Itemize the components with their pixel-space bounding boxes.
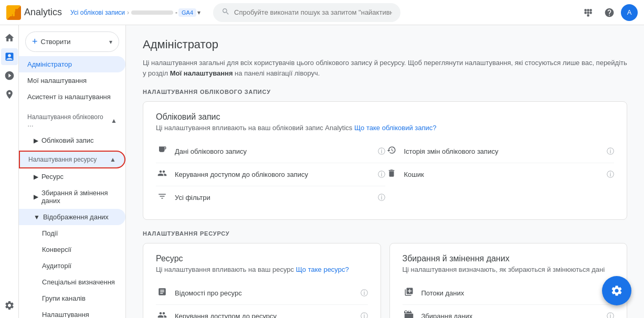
sidebar-item-account[interactable]: ▶ Обліковий запис bbox=[19, 132, 125, 149]
sidebar-item-audiences[interactable]: Аудиторії bbox=[19, 258, 125, 274]
account-item-data[interactable]: Дані облікового запису ⓘ bbox=[156, 140, 385, 163]
resource-item-access[interactable]: Керування доступом до ресурсу ⓘ bbox=[156, 305, 368, 318]
account-data-help[interactable]: ⓘ bbox=[378, 147, 385, 156]
account-history-help[interactable]: ⓘ bbox=[607, 147, 614, 156]
ga4-badge: GA4 bbox=[178, 8, 196, 17]
topbar: Analytics Усі облікові записи › - GA4 ▾ … bbox=[0, 0, 644, 25]
resource-what-link[interactable]: Що таке ресурс? bbox=[296, 266, 349, 273]
account-section-label: НАЛАШТУВАННЯ ОБЛІКОВОГО ЗАПИСУ bbox=[143, 89, 627, 95]
main-content: Адміністратор Ці налаштування загальні д… bbox=[126, 25, 644, 318]
sidebar-item-admin[interactable]: Адміністратор bbox=[19, 56, 125, 72]
account-settings-section[interactable]: Налаштування облікового … ▲ bbox=[19, 109, 125, 132]
help-icon[interactable] bbox=[600, 3, 619, 22]
sidebar-item-attribution[interactable]: Налаштування атрибуції bbox=[19, 306, 125, 318]
resource-card-desc: Ці налаштування впливають на ваш ресурс … bbox=[156, 266, 368, 273]
account-data-icon bbox=[156, 145, 168, 157]
account-item-history[interactable]: Історія змін облікового запису ⓘ bbox=[385, 140, 615, 163]
sidebar-item-data-display[interactable]: ▼ Відображення даних bbox=[19, 209, 125, 225]
account-access-help[interactable]: ⓘ bbox=[378, 170, 385, 179]
search-input[interactable] bbox=[234, 8, 392, 16]
account-section-label: Налаштування облікового … bbox=[27, 113, 111, 128]
account-filters-help[interactable]: ⓘ bbox=[378, 193, 385, 203]
resource-access-label[interactable]: Керування доступом до ресурсу bbox=[175, 312, 354, 318]
svg-rect-1 bbox=[13, 11, 15, 16]
nav-home[interactable] bbox=[1, 29, 18, 46]
data-collection-card: Збирання й змінення даних Ці налаштуванн… bbox=[389, 243, 628, 318]
create-button-label: Створити bbox=[41, 38, 71, 46]
page-description: Ці налаштування загальні для всіх корист… bbox=[143, 58, 627, 78]
resource-item-info[interactable]: Відомості про ресурс ⓘ bbox=[156, 282, 368, 305]
breadcrumb-all-accounts[interactable]: Усі облікові записи bbox=[70, 9, 125, 16]
sidebar-item-channel-groups[interactable]: Групи каналів bbox=[19, 290, 125, 306]
sidebar-item-events[interactable]: Події bbox=[19, 225, 125, 241]
sidebar-custom-def-label: Спеціальні визначення bbox=[42, 278, 115, 286]
sidebar-channel-groups-label: Групи каналів bbox=[42, 294, 86, 302]
sidebar-audiences-label: Аудиторії bbox=[42, 262, 71, 270]
account-data-label[interactable]: Дані облікового запису bbox=[175, 147, 372, 155]
resource-row: Ресурс Ці налаштування впливають на ваш … bbox=[143, 243, 627, 318]
dc-collection-label[interactable]: Збирання даних bbox=[421, 312, 601, 318]
sidebar-events-label: Події bbox=[42, 229, 58, 237]
resource-card-title: Ресурс bbox=[156, 254, 368, 263]
dc-collection-help[interactable]: ⓘ bbox=[607, 312, 614, 319]
account-col2: Історія змін облікового запису ⓘ Кошик ⓘ bbox=[385, 140, 615, 209]
expand-icon-resource: ▶ bbox=[34, 173, 38, 181]
resource-info-icon bbox=[156, 287, 168, 299]
apps-icon[interactable] bbox=[579, 3, 598, 22]
account-filters-icon bbox=[156, 192, 168, 204]
dc-item-streams[interactable]: Потоки даних ⓘ bbox=[403, 282, 615, 305]
data-collect-card-desc: Ці налаштування визначають, як збираютьс… bbox=[403, 266, 615, 273]
account-item-filters[interactable]: Усі фільтри ⓘ bbox=[156, 186, 385, 209]
breadcrumb-sep: › bbox=[127, 9, 129, 16]
dc-item-collection[interactable]: Збирання даних ⓘ bbox=[403, 305, 615, 318]
account-col1: Дані облікового запису ⓘ Керування досту… bbox=[156, 140, 385, 209]
svg-rect-0 bbox=[10, 13, 12, 16]
account-access-label[interactable]: Керування доступом до облікового запису bbox=[175, 171, 372, 178]
dc-streams-icon bbox=[403, 287, 415, 299]
topbar-icons: А bbox=[579, 3, 638, 22]
account-trash-help[interactable]: ⓘ bbox=[607, 170, 614, 179]
resource-info-help[interactable]: ⓘ bbox=[361, 289, 368, 298]
breadcrumb-ga4[interactable]: - GA4 ▾ bbox=[175, 8, 200, 17]
nav-reports[interactable] bbox=[1, 48, 18, 65]
sidebar-item-my-settings-label: Мої налаштування bbox=[27, 77, 87, 84]
nav-settings[interactable] bbox=[1, 297, 18, 314]
fab-button[interactable] bbox=[602, 276, 631, 305]
logo[interactable]: Analytics bbox=[6, 5, 62, 20]
svg-rect-2 bbox=[15, 9, 17, 16]
create-button[interactable]: + Створити ▾ bbox=[25, 31, 119, 52]
account-filters-label[interactable]: Усі фільтри bbox=[175, 194, 372, 202]
app-title: Analytics bbox=[24, 7, 62, 18]
search-bar bbox=[213, 3, 400, 22]
account-history-label[interactable]: Історія змін облікового запису bbox=[404, 147, 601, 155]
sidebar-item-custom-definitions[interactable]: Спеціальні визначення bbox=[19, 274, 125, 290]
account-trash-label[interactable]: Кошик bbox=[404, 171, 601, 178]
avatar[interactable]: А bbox=[621, 4, 638, 21]
account-item-access[interactable]: Керування доступом до облікового запису … bbox=[156, 163, 385, 186]
resource-settings-section[interactable]: Налаштування ресурсу ▲ bbox=[19, 151, 125, 168]
nav-explore[interactable] bbox=[1, 67, 18, 84]
my-settings-link[interactable]: Мої налаштування bbox=[170, 69, 233, 77]
nav-advertising[interactable] bbox=[1, 86, 18, 103]
sidebar-item-resource[interactable]: ▶ Ресурс bbox=[19, 168, 125, 185]
account-settings-grid: Дані облікового запису ⓘ Керування досту… bbox=[156, 140, 614, 209]
account-item-trash[interactable]: Кошик ⓘ bbox=[385, 163, 615, 186]
account-trash-icon bbox=[385, 168, 398, 181]
sidebar-conversions-label: Конверсії bbox=[42, 246, 71, 253]
main-layout: + Створити ▾ Адміністратор Мої налаштува… bbox=[0, 25, 644, 318]
resource-access-help[interactable]: ⓘ bbox=[361, 312, 368, 319]
breadcrumb: Усі облікові записи › - GA4 ▾ bbox=[70, 8, 200, 17]
plus-icon: + bbox=[32, 36, 38, 47]
account-card-title: Обліковий запис bbox=[156, 112, 614, 122]
resource-items: Відомості про ресурс ⓘ Керування доступо… bbox=[156, 282, 368, 318]
resource-info-label[interactable]: Відомості про ресурс bbox=[175, 289, 354, 297]
sidebar-item-conversions[interactable]: Конверсії bbox=[19, 241, 125, 258]
sidebar-item-admin-label: Адміністратор bbox=[27, 60, 72, 68]
sidebar-data-collect-label: Збирання й змінення даних bbox=[41, 189, 117, 205]
sidebar-item-my-settings[interactable]: Мої налаштування bbox=[19, 72, 125, 89]
account-history-icon bbox=[385, 145, 398, 157]
account-what-link[interactable]: Що таке обліковий запис? bbox=[354, 124, 437, 132]
sidebar-item-data-collect[interactable]: ▶ Збирання й змінення даних bbox=[19, 185, 125, 209]
dc-streams-label[interactable]: Потоки даних bbox=[421, 289, 601, 297]
sidebar-item-setup-assistant[interactable]: Асистент із налаштування bbox=[19, 89, 125, 105]
